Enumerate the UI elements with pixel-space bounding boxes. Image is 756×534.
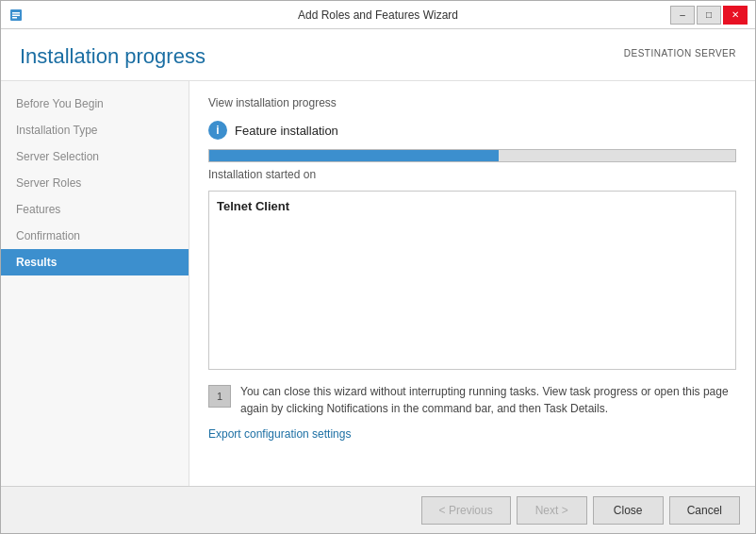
svg-rect-1 — [12, 12, 20, 14]
export-configuration-link[interactable]: Export configuration settings — [208, 427, 351, 441]
sidebar-item-confirmation: Confirmation — [1, 223, 189, 249]
minimize-button[interactable]: – — [670, 6, 695, 25]
svg-rect-3 — [12, 17, 17, 19]
previous-button[interactable]: < Previous — [421, 496, 511, 525]
info-note-icon: 1 — [208, 385, 231, 408]
title-bar-text: Add Roles and Features Wizard — [298, 8, 458, 22]
feature-installation-label: Feature installation — [235, 124, 338, 138]
window-close-button[interactable]: ✕ — [723, 6, 748, 25]
page-header: Installation progress DESTINATION SERVER — [1, 29, 755, 81]
title-bar: Add Roles and Features Wizard – □ ✕ — [1, 1, 755, 29]
results-item-telnet: Telnet Client — [217, 199, 728, 213]
app-icon — [8, 8, 24, 23]
progress-status-text: Installation started on — [208, 168, 736, 181]
info-circle-icon: i — [208, 121, 227, 140]
cancel-button[interactable]: Cancel — [669, 496, 740, 525]
info-note-text: You can close this wizard without interr… — [240, 383, 736, 417]
page-title: Installation progress — [20, 44, 205, 69]
sidebar-item-server-roles: Server Roles — [1, 170, 189, 196]
next-button[interactable]: Next > — [517, 496, 587, 525]
progress-bar-track — [208, 149, 736, 162]
info-note: 1 You can close this wizard without inte… — [208, 383, 736, 417]
window-controls: – □ ✕ — [668, 6, 748, 25]
progress-container — [208, 149, 736, 162]
sidebar-item-server-selection: Server Selection — [1, 143, 189, 170]
section-label: View installation progress — [208, 96, 736, 109]
sidebar-item-before-you-begin: Before You Begin — [1, 91, 189, 117]
sidebar-item-features: Features — [1, 196, 189, 223]
maximize-button[interactable]: □ — [697, 6, 721, 25]
content-area: Before You Begin Installation Type Serve… — [1, 81, 755, 486]
svg-rect-2 — [12, 14, 20, 16]
sidebar: Before You Begin Installation Type Serve… — [1, 81, 189, 486]
progress-bar-fill — [209, 150, 499, 161]
close-button[interactable]: Close — [593, 496, 664, 525]
sidebar-item-installation-type: Installation Type — [1, 117, 189, 143]
sidebar-item-results: Results — [1, 249, 189, 275]
wizard-window: Add Roles and Features Wizard – □ ✕ Inst… — [0, 0, 756, 534]
results-box: Telnet Client — [208, 191, 736, 370]
feature-installation-row: i Feature installation — [208, 121, 736, 140]
destination-server-label: DESTINATION SERVER — [624, 48, 736, 58]
main-content: View installation progress i Feature ins… — [189, 81, 755, 486]
footer: < Previous Next > Close Cancel — [1, 486, 755, 533]
